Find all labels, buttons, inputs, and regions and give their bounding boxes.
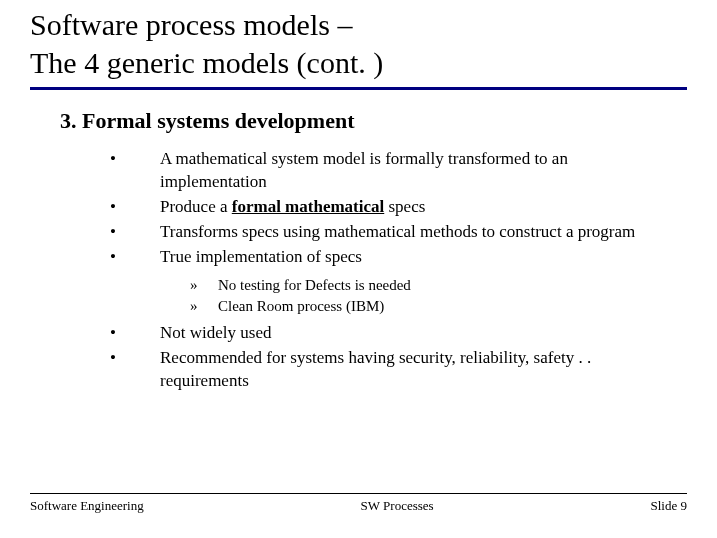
bullet-item: • A mathematical system model is formall… <box>110 148 667 194</box>
footer-rule <box>30 493 687 494</box>
bullet-emph: formal mathematical <box>232 197 384 216</box>
bullet-marker: • <box>110 221 160 244</box>
title-line-1: Software process models – <box>30 6 687 44</box>
sub-bullet-text: Clean Room process (IBM) <box>218 296 667 316</box>
bullet-marker: • <box>110 347 160 393</box>
bullet-list: • A mathematical system model is formall… <box>110 148 667 269</box>
bullet-item: • Transforms specs using mathematical me… <box>110 221 667 244</box>
bullet-item: • Recommended for systems having securit… <box>110 347 667 393</box>
footer-left: Software Engineering <box>30 498 144 514</box>
sub-bullet-list: » No testing for Defects is needed » Cle… <box>190 275 667 317</box>
title-rule <box>30 87 687 90</box>
footer: Software Engineering SW Processes Slide … <box>30 493 687 514</box>
sub-bullet-item: » No testing for Defects is needed <box>190 275 667 295</box>
footer-right: Slide 9 <box>651 498 687 514</box>
bullet-text: Not widely used <box>160 322 667 345</box>
sub-bullet-item: » Clean Room process (IBM) <box>190 296 667 316</box>
bullet-item: • Not widely used <box>110 322 667 345</box>
bullet-marker: • <box>110 246 160 269</box>
sub-bullet-text: No testing for Defects is needed <box>218 275 667 295</box>
bullet-item: • Produce a formal mathematical specs <box>110 196 667 219</box>
bullet-marker: • <box>110 148 160 194</box>
section-heading: 3. Formal systems development <box>60 108 687 134</box>
bullet-prefix: Produce a <box>160 197 232 216</box>
title-line-2: The 4 generic models (cont. ) <box>30 44 687 82</box>
sub-bullet-marker: » <box>190 275 218 295</box>
bullet-text: Recommended for systems having security,… <box>160 347 667 393</box>
bullet-marker: • <box>110 196 160 219</box>
slide: Software process models – The 4 generic … <box>0 0 717 538</box>
bullet-list-2: • Not widely used • Recommended for syst… <box>110 322 667 393</box>
footer-row: Software Engineering SW Processes Slide … <box>30 498 687 514</box>
bullet-text: True implementation of specs <box>160 246 667 269</box>
footer-center: SW Processes <box>361 498 434 514</box>
bullet-text: A mathematical system model is formally … <box>160 148 667 194</box>
bullet-suffix: specs <box>384 197 425 216</box>
bullet-text: Transforms specs using mathematical meth… <box>160 221 667 244</box>
bullet-marker: • <box>110 322 160 345</box>
slide-title: Software process models – The 4 generic … <box>30 0 687 87</box>
bullet-text: Produce a formal mathematical specs <box>160 196 667 219</box>
sub-bullet-marker: » <box>190 296 218 316</box>
bullet-item: • True implementation of specs <box>110 246 667 269</box>
